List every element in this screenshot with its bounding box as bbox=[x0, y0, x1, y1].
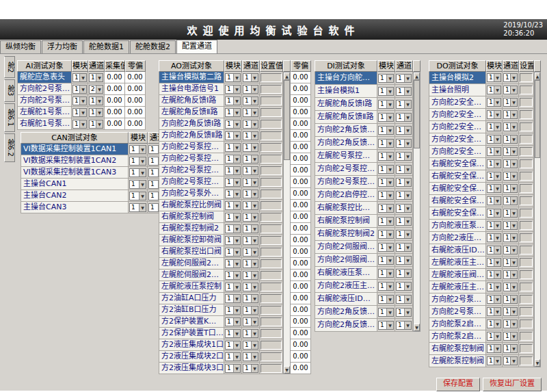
dropdown-arrow-icon[interactable]: ▼ bbox=[510, 86, 517, 94]
module-select[interactable]: 1▼ bbox=[224, 188, 242, 200]
module-select[interactable]: 1▼ bbox=[224, 72, 242, 83]
channel-select[interactable]: 1▼ bbox=[503, 158, 519, 170]
row-label[interactable]: 主操台CAN3 bbox=[21, 202, 129, 213]
row-label[interactable]: 方向舵2角反馈Ⅱ短路 bbox=[315, 319, 377, 332]
module-select[interactable]: 1▼ bbox=[486, 257, 503, 269]
dropdown-arrow-icon[interactable]: ▼ bbox=[233, 330, 240, 337]
dropdown-arrow-icon[interactable]: ▼ bbox=[251, 179, 258, 186]
table-row[interactable]: 方向舵2号泵控短路阀1▼1▼ bbox=[315, 176, 421, 189]
dropdown-arrow-icon[interactable]: ▼ bbox=[386, 205, 393, 212]
dropdown-arrow-icon[interactable]: ▼ bbox=[251, 190, 258, 198]
dropdown-arrow-icon[interactable]: ▼ bbox=[79, 120, 86, 128]
row-label[interactable]: 右艉舵安全保护阀3 bbox=[429, 183, 486, 195]
table-row[interactable]: 方向舵泵2启停控制阀11▼1▼ bbox=[429, 318, 541, 330]
vertical-scrollbar[interactable]: ▲▼ bbox=[413, 72, 421, 332]
module-select[interactable]: 1▼ bbox=[224, 235, 242, 246]
set-value-input[interactable] bbox=[260, 211, 283, 223]
module-select[interactable]: 1▼ bbox=[377, 85, 395, 98]
dropdown-arrow-icon[interactable]: ▼ bbox=[494, 345, 501, 352]
row-label[interactable]: 方向舵2号泵控比例阀 bbox=[315, 163, 377, 176]
set-value-input[interactable] bbox=[260, 200, 283, 211]
set-value-input[interactable] bbox=[519, 72, 534, 84]
module-select[interactable]: 1▼ bbox=[224, 363, 242, 374]
dropdown-arrow-icon[interactable]: ▼ bbox=[139, 169, 146, 177]
table-row[interactable]: 艉舵应急表头1▼1▼0.000.00 bbox=[17, 72, 146, 83]
module-select[interactable]: 1▼ bbox=[224, 211, 242, 223]
channel-select[interactable]: 1▼ bbox=[242, 83, 260, 95]
row-label[interactable]: 方向舵2安全保护阀3 bbox=[429, 121, 486, 133]
module-select[interactable]: 1▼ bbox=[486, 183, 503, 195]
channel-select[interactable]: 1▼ bbox=[242, 142, 260, 153]
module-select[interactable]: 1▼ bbox=[377, 254, 395, 267]
set-value-input[interactable] bbox=[519, 170, 534, 183]
compartment-tab-1[interactable]: 舱3 bbox=[4, 79, 15, 101]
dropdown-arrow-icon[interactable]: ▼ bbox=[386, 309, 393, 316]
row-label[interactable]: 右艉舵1号泵控比例阀 bbox=[17, 118, 72, 130]
dropdown-arrow-icon[interactable]: ▼ bbox=[233, 248, 240, 256]
dropdown-arrow-icon[interactable]: ▼ bbox=[251, 341, 258, 349]
dropdown-arrow-icon[interactable]: ▼ bbox=[510, 283, 517, 291]
row-label[interactable]: 方向舵液压泵控制阀 bbox=[429, 220, 486, 232]
row-label[interactable]: 方向舵2号泵控比例阀2 bbox=[17, 95, 72, 107]
dropdown-arrow-icon[interactable]: ▼ bbox=[233, 132, 240, 140]
set-value-input[interactable] bbox=[260, 270, 283, 281]
set-value-input[interactable] bbox=[519, 96, 534, 109]
table-row[interactable]: 方向舵液压泵控制阀1▼1▼ bbox=[429, 220, 541, 232]
dropdown-arrow-icon[interactable]: ▼ bbox=[251, 74, 258, 81]
row-label[interactable]: 方向舵2号泵控短路阀 bbox=[315, 176, 377, 189]
dropdown-arrow-icon[interactable]: ▼ bbox=[386, 166, 393, 173]
row-label[interactable]: 方向舵2号泵控制阀Ⅱ bbox=[159, 177, 224, 188]
channel-select[interactable]: 1▼ bbox=[395, 228, 413, 241]
set-value-input[interactable] bbox=[260, 258, 283, 270]
main-tab-2[interactable]: 舵舱数据1 bbox=[83, 40, 129, 53]
dropdown-arrow-icon[interactable]: ▼ bbox=[404, 140, 411, 147]
channel-select[interactable]: 1▼ bbox=[242, 270, 260, 281]
row-label[interactable]: 右艉舵液压泵控制阀 bbox=[315, 267, 377, 280]
channel-select[interactable]: 1▼ bbox=[242, 118, 260, 130]
row-label[interactable]: 右艉舵液压ⅠD控制阀 bbox=[429, 244, 486, 257]
set-value-input[interactable] bbox=[519, 109, 534, 121]
channel-select[interactable]: 1▼ bbox=[395, 85, 413, 98]
channel-select[interactable]: 1▼ bbox=[395, 163, 413, 176]
dropdown-arrow-icon[interactable]: ▼ bbox=[386, 322, 393, 329]
row-label[interactable]: 方2液压集成块1口 bbox=[159, 339, 224, 351]
scrollbar-thumb[interactable] bbox=[414, 80, 420, 148]
row-label[interactable]: 方向舵2安全保护阀1 bbox=[429, 96, 486, 109]
row-label[interactable]: 左艉舵1号泵控比例阀 bbox=[17, 107, 72, 118]
set-value-input[interactable] bbox=[260, 316, 283, 328]
set-value-input[interactable] bbox=[519, 158, 534, 170]
row-label[interactable]: 右艉舵安全保护阀5 bbox=[429, 207, 486, 220]
row-label[interactable]: 左艉舵角反馈Ⅰ路 bbox=[159, 95, 224, 107]
row-label[interactable]: 左艉舵液压主控制阀 bbox=[429, 257, 486, 269]
main-tab-3[interactable]: 舵舱数据2 bbox=[130, 40, 176, 53]
channel-select[interactable]: 1▼ bbox=[242, 235, 260, 246]
dropdown-arrow-icon[interactable]: ▼ bbox=[233, 283, 240, 291]
dropdown-arrow-icon[interactable]: ▼ bbox=[510, 234, 517, 241]
table-row[interactable]: 右艉舵液压ⅠD控制阀1▼1▼ bbox=[429, 244, 541, 257]
channel-select[interactable]: 1▼ bbox=[395, 254, 413, 267]
module-select[interactable]: 1▼ bbox=[377, 228, 395, 241]
dropdown-arrow-icon[interactable]: ▼ bbox=[510, 332, 517, 340]
set-value-input[interactable] bbox=[519, 232, 534, 244]
module-select[interactable]: 1▼ bbox=[377, 306, 395, 319]
dropdown-arrow-icon[interactable]: ▼ bbox=[510, 135, 517, 143]
channel-select[interactable]: 1▼ bbox=[242, 328, 260, 339]
channel-select[interactable]: 1▼ bbox=[242, 293, 260, 304]
set-value-input[interactable] bbox=[260, 328, 283, 339]
dropdown-arrow-icon[interactable]: ▼ bbox=[510, 99, 517, 106]
row-label[interactable]: 方向舵2安全保护阀4 bbox=[429, 133, 486, 146]
channel-select[interactable]: 1▼ bbox=[88, 95, 105, 107]
channel-select[interactable]: 1▼ bbox=[395, 111, 413, 124]
module-select[interactable]: 1▼ bbox=[486, 355, 503, 367]
row-label[interactable]: 方向舵2号泵控比例阀Ⅱ bbox=[159, 153, 224, 165]
row-label[interactable]: 右艉舵安全保护阀2 bbox=[429, 170, 486, 183]
table-row[interactable]: 方向舵泵2启停控制阀21▼1▼ bbox=[429, 330, 541, 343]
dropdown-arrow-icon[interactable]: ▼ bbox=[233, 237, 240, 244]
module-select[interactable]: 1▼ bbox=[377, 111, 395, 124]
module-select[interactable]: 1▼ bbox=[377, 163, 395, 176]
set-value-input[interactable] bbox=[260, 235, 283, 246]
table-row[interactable]: 右艉舵1号泵控比例阀1▼1▼0.000.00 bbox=[17, 118, 146, 130]
table-row[interactable]: 主操台照明1▼1▼ bbox=[429, 84, 541, 96]
dropdown-arrow-icon[interactable]: ▼ bbox=[404, 192, 411, 199]
channel-select[interactable]: 1▼ bbox=[88, 72, 105, 83]
